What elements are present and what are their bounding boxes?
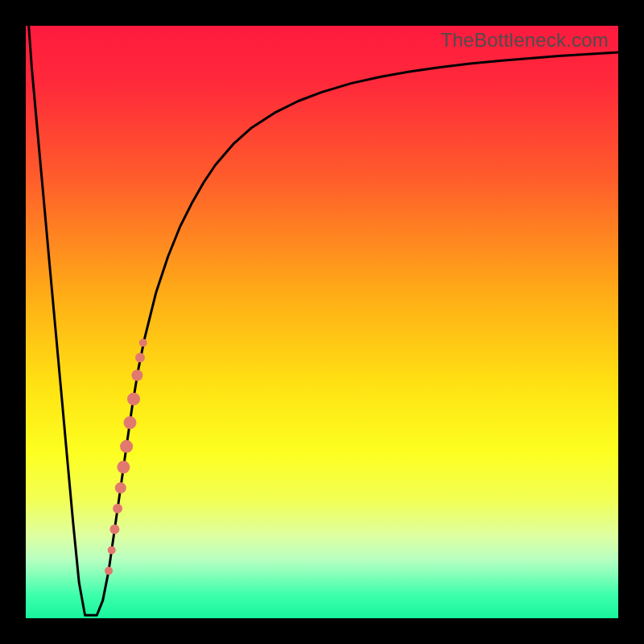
marker-dot <box>120 440 133 453</box>
marker-dot <box>117 460 130 473</box>
marker-dot <box>109 525 119 535</box>
marker-dot <box>135 353 145 362</box>
chart-frame: TheBottleneck.com <box>0 0 644 644</box>
marker-dot <box>115 482 126 493</box>
marker-dot <box>105 567 113 575</box>
marker-dot <box>108 546 116 554</box>
marker-dot <box>113 504 122 514</box>
marker-dot <box>124 416 137 429</box>
marker-dot <box>139 339 147 347</box>
plot-area: TheBottleneck.com <box>26 26 618 618</box>
marker-dot <box>131 369 142 381</box>
curve-layer <box>26 26 618 618</box>
marker-dot <box>127 393 140 406</box>
